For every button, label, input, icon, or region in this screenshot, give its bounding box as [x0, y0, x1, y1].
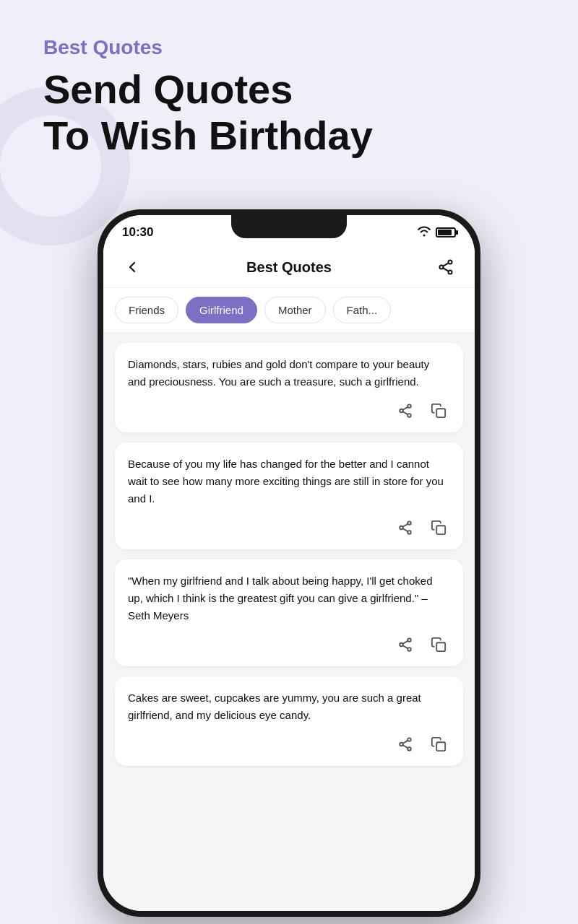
- svg-line-27: [403, 741, 408, 744]
- copy-button-4[interactable]: [427, 733, 450, 756]
- svg-rect-10: [436, 409, 445, 417]
- quote-actions-3: [128, 633, 450, 656]
- svg-line-26: [403, 745, 408, 748]
- svg-line-15: [403, 524, 408, 527]
- quote-actions-1: [128, 399, 450, 422]
- svg-line-4: [443, 263, 448, 266]
- share-button-4[interactable]: [394, 733, 417, 756]
- quote-card-1: Diamonds, stars, rubies and gold don't c…: [115, 343, 463, 432]
- quote-card-4: Cakes are sweet, cupcakes are yummy, you…: [115, 676, 463, 766]
- tab-friends[interactable]: Friends: [115, 297, 178, 323]
- share-button-2[interactable]: [394, 516, 417, 539]
- tabs-container: Friends Girlfriend Mother Fath...: [103, 288, 475, 333]
- tab-father[interactable]: Fath...: [333, 297, 392, 323]
- svg-line-14: [403, 528, 408, 531]
- main-title: Send Quotes To Wish Birthday: [43, 66, 578, 160]
- svg-rect-16: [436, 526, 445, 534]
- copy-button-2[interactable]: [427, 516, 450, 539]
- svg-rect-28: [436, 742, 445, 751]
- svg-line-3: [443, 268, 448, 271]
- quote-text-3: "When my girlfriend and I talk about bei…: [128, 572, 450, 624]
- header-share-button[interactable]: [433, 254, 459, 280]
- phone-container: 10:30: [98, 209, 480, 917]
- quote-text-1: Diamonds, stars, rubies and gold don't c…: [128, 356, 450, 391]
- quote-card-3: "When my girlfriend and I talk about bei…: [115, 559, 463, 666]
- share-button-3[interactable]: [394, 633, 417, 656]
- svg-line-21: [403, 641, 408, 644]
- header-section: Best Quotes Send Quotes To Wish Birthday: [0, 0, 578, 181]
- quotes-list: Diamonds, stars, rubies and gold don't c…: [103, 333, 475, 911]
- notch: [231, 215, 347, 238]
- phone-inner: 10:30: [103, 215, 475, 911]
- quote-text-2: Because of you my life has changed for t…: [128, 456, 450, 507]
- svg-line-20: [403, 645, 408, 648]
- main-title-line2: To Wish Birthday: [43, 113, 373, 158]
- app-header-title: Best Quotes: [246, 259, 332, 276]
- back-button[interactable]: [119, 254, 145, 280]
- wifi-icon: [417, 225, 431, 240]
- quote-card-2: Because of you my life has changed for t…: [115, 443, 463, 549]
- phone-frame: 10:30: [98, 209, 480, 917]
- battery-icon: [436, 227, 456, 237]
- copy-button-1[interactable]: [427, 399, 450, 422]
- copy-button-3[interactable]: [427, 633, 450, 656]
- svg-line-8: [403, 411, 408, 414]
- svg-line-9: [403, 407, 408, 410]
- main-title-line1: Send Quotes: [43, 66, 293, 112]
- status-icons: [417, 225, 456, 240]
- tab-mother[interactable]: Mother: [264, 297, 326, 323]
- status-time: 10:30: [122, 225, 153, 240]
- app-header: Best Quotes: [103, 244, 475, 288]
- quote-text-4: Cakes are sweet, cupcakes are yummy, you…: [128, 689, 450, 724]
- best-quotes-label: Best Quotes: [43, 36, 578, 59]
- quote-actions-2: [128, 516, 450, 539]
- share-button-1[interactable]: [394, 399, 417, 422]
- svg-rect-22: [436, 642, 445, 651]
- quote-actions-4: [128, 733, 450, 756]
- tab-girlfriend[interactable]: Girlfriend: [186, 297, 257, 323]
